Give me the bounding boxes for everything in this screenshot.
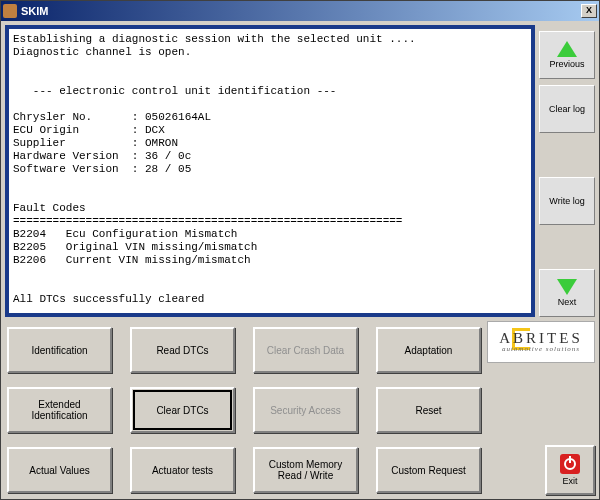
exit-label: Exit <box>562 476 577 486</box>
button-grid: Identification Read DTCs Clear Crash Dat… <box>5 321 483 495</box>
next-label: Next <box>558 297 577 307</box>
reset-button[interactable]: Reset <box>376 387 481 433</box>
clear-log-label: Clear log <box>549 104 585 114</box>
top-area: Establishing a diagnostic session with t… <box>5 25 595 317</box>
exit-button[interactable]: Exit <box>545 445 595 495</box>
previous-button[interactable]: Previous <box>539 31 595 79</box>
console-line: Supplier : OMRON <box>13 137 178 149</box>
actual-values-button[interactable]: Actual Values <box>7 447 112 493</box>
previous-label: Previous <box>549 59 584 69</box>
write-log-button[interactable]: Write log <box>539 177 595 225</box>
logo-brand: ABRITES <box>499 331 583 346</box>
identification-button[interactable]: Identification <box>7 327 112 373</box>
close-button[interactable]: X <box>581 4 597 18</box>
console-line: All DTCs successfully cleared <box>13 293 204 305</box>
side-column: Previous Clear log Write log Next <box>539 25 595 317</box>
arrow-down-icon <box>557 279 577 295</box>
custom-memory-rw-button[interactable]: Custom Memory Read / Write <box>253 447 358 493</box>
window-title: SKIM <box>21 5 581 17</box>
console-line: Establishing a diagnostic session with t… <box>13 33 416 45</box>
bottom-area: Identification Read DTCs Clear Crash Dat… <box>5 321 595 495</box>
next-button[interactable]: Next <box>539 269 595 317</box>
console-line: ========================================… <box>13 215 402 227</box>
console-line: Fault Codes <box>13 202 86 214</box>
clear-crash-data-button: Clear Crash Data <box>253 327 358 373</box>
power-icon <box>560 454 580 474</box>
client-area: Establishing a diagnostic session with t… <box>1 21 599 499</box>
clear-dtcs-button[interactable]: Clear DTCs <box>130 387 235 433</box>
console-line: ECU Origin : DCX <box>13 124 165 136</box>
console-line: B2205 Original VIN missing/mismatch <box>13 241 257 253</box>
clear-log-button[interactable]: Clear log <box>539 85 595 133</box>
console-line: B2206 Current VIN missing/mismatch <box>13 254 251 266</box>
right-column: ABRITES automotive solutions Exit <box>487 321 595 495</box>
console-line: Chrysler No. : 05026164AL <box>13 111 211 123</box>
adaptation-button[interactable]: Adaptation <box>376 327 481 373</box>
app-icon <box>3 4 17 18</box>
console-line: Software Version : 28 / 05 <box>13 163 191 175</box>
logo-tagline: automotive solutions <box>499 346 583 353</box>
arrow-up-icon <box>557 41 577 57</box>
console-line: Diagnostic channel is open. <box>13 46 191 58</box>
console-panel: Establishing a diagnostic session with t… <box>5 25 535 317</box>
titlebar: SKIM X <box>1 1 599 21</box>
write-log-label: Write log <box>549 196 584 206</box>
app-window: SKIM X Establishing a diagnostic session… <box>0 0 600 500</box>
extended-identification-button[interactable]: Extended Identification <box>7 387 112 433</box>
console-output: Establishing a diagnostic session with t… <box>13 33 527 306</box>
console-line: --- electronic control unit identificati… <box>13 85 336 97</box>
brand-logo: ABRITES automotive solutions <box>487 321 595 363</box>
custom-request-button[interactable]: Custom Request <box>376 447 481 493</box>
actuator-tests-button[interactable]: Actuator tests <box>130 447 235 493</box>
console-line: B2204 Ecu Configuration Mismatch <box>13 228 237 240</box>
security-access-button: Security Access <box>253 387 358 433</box>
console-line: Hardware Version : 36 / 0c <box>13 150 191 162</box>
read-dtcs-button[interactable]: Read DTCs <box>130 327 235 373</box>
